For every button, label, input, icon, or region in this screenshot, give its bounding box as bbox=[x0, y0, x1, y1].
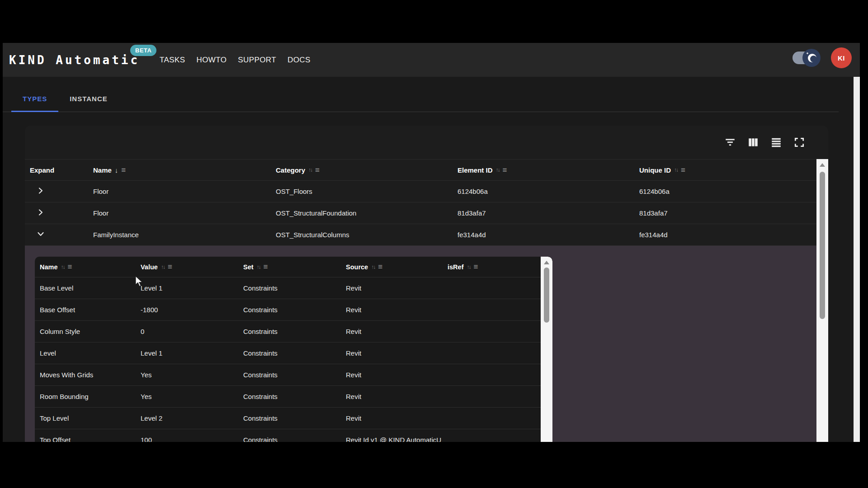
cell-element-id: fe314a4d bbox=[453, 231, 634, 239]
column-header-expand: Expand bbox=[25, 166, 88, 174]
cell-param-source: Revit bbox=[341, 306, 443, 314]
parameter-row[interactable]: Room Bounding Yes Constraints Revit bbox=[35, 386, 541, 408]
parameter-row[interactable]: Level Level 1 Constraints Revit bbox=[35, 343, 541, 364]
sort-icon[interactable]: ↑↓ bbox=[161, 264, 165, 270]
cell-param-source: Revit bbox=[341, 414, 443, 422]
app-window: KIND Automatic BETA TASKS HOWTO SUPPORT … bbox=[3, 43, 860, 442]
grid-header-row: Expand Name ↓ ≡ Category ↑↓ ≡ Element ID… bbox=[25, 159, 816, 181]
column-menu-icon[interactable]: ≡ bbox=[315, 166, 320, 174]
sort-icon[interactable]: ↑↓ bbox=[61, 264, 65, 270]
column-menu-icon[interactable]: ≡ bbox=[168, 263, 172, 271]
page-scrollbar[interactable] bbox=[854, 77, 860, 442]
mouse-cursor bbox=[135, 276, 144, 287]
cell-element-id: 6124b06a bbox=[453, 188, 634, 195]
cell-unique-id: fe314a4d bbox=[634, 231, 816, 239]
cell-name: Floor bbox=[88, 209, 271, 217]
density-icon[interactable] bbox=[770, 136, 782, 148]
column-menu-icon[interactable]: ≡ bbox=[503, 166, 507, 174]
column-header-unique-id[interactable]: Unique ID ↑↓ ≡ bbox=[634, 166, 816, 174]
nav-item[interactable]: SUPPORT bbox=[238, 56, 276, 65]
cell-param-name: Column Style bbox=[35, 328, 136, 335]
table-row[interactable]: FamilyInstance OST_StructuralColumns fe3… bbox=[25, 224, 816, 246]
column-header-element-id[interactable]: Element ID ↑↓ ≡ bbox=[453, 166, 634, 174]
columns-icon[interactable] bbox=[747, 136, 759, 148]
column-header-param-name[interactable]: Name ↑↓ ≡ bbox=[35, 263, 136, 271]
column-header-param-source[interactable]: Source ↑↓ ≡ bbox=[341, 263, 443, 271]
nav-item[interactable]: DOCS bbox=[288, 56, 311, 65]
fullscreen-icon[interactable] bbox=[793, 136, 805, 148]
scrollbar-thumb[interactable] bbox=[820, 172, 825, 319]
column-header-param-value[interactable]: Value ↑↓ ≡ bbox=[136, 263, 238, 271]
sort-icon[interactable]: ↑↓ bbox=[257, 264, 260, 270]
grid-toolbar bbox=[25, 126, 816, 159]
nav-item[interactable]: HOWTO bbox=[196, 56, 226, 65]
moon-icon bbox=[808, 54, 816, 62]
beta-badge: BETA bbox=[130, 45, 156, 56]
cell-param-set: Constraints bbox=[238, 306, 341, 314]
cell-param-name: Top Offset bbox=[35, 436, 136, 442]
parameter-row[interactable]: Top Offset 100 Constraints Revit Id v1 @… bbox=[35, 429, 541, 442]
theme-toggle[interactable] bbox=[793, 52, 819, 64]
cell-param-source: Revit bbox=[341, 393, 443, 400]
expand-chevron-icon[interactable] bbox=[37, 208, 45, 216]
cell-param-set: Constraints bbox=[238, 284, 341, 292]
cell-unique-id: 81d3afa7 bbox=[634, 209, 816, 217]
sort-icon[interactable]: ↑↓ bbox=[467, 264, 470, 270]
parameter-row[interactable]: Column Style 0 Constraints Revit bbox=[35, 321, 541, 343]
table-row[interactable]: Floor OST_StructuralFoundation 81d3afa7 … bbox=[25, 202, 816, 224]
column-menu-icon[interactable]: ≡ bbox=[473, 263, 478, 271]
filter-icon[interactable] bbox=[724, 136, 736, 148]
column-header-name[interactable]: Name ↓ ≡ bbox=[88, 166, 271, 174]
nested-parameter-grid: Name ↑↓ ≡ Value ↑↓ ≡ Set ↑↓ ≡ bbox=[35, 257, 552, 442]
scrollbar-thumb[interactable] bbox=[544, 267, 549, 323]
top-navigation-bar: KIND Automatic BETA TASKS HOWTO SUPPORT … bbox=[3, 43, 860, 77]
scroll-up-arrow[interactable] bbox=[820, 163, 825, 167]
tab-instance[interactable]: INSTANCE bbox=[58, 86, 119, 112]
parameter-row[interactable]: Base Offset -1800 Constraints Revit bbox=[35, 299, 541, 321]
column-menu-icon[interactable]: ≡ bbox=[121, 166, 126, 174]
nested-grid-scrollbar[interactable] bbox=[541, 257, 552, 442]
column-header-param-isref[interactable]: isRef ↑↓ ≡ bbox=[443, 263, 541, 271]
expand-chevron-icon[interactable] bbox=[37, 187, 45, 195]
cell-param-source: Revit bbox=[341, 284, 443, 292]
cell-category: OST_StructuralColumns bbox=[271, 231, 453, 239]
cell-param-name: Moves With Grids bbox=[35, 371, 136, 379]
tab-types[interactable]: TYPES bbox=[11, 86, 58, 112]
cell-param-value: Yes bbox=[136, 393, 238, 400]
sort-desc-icon[interactable]: ↓ bbox=[115, 166, 118, 174]
user-avatar[interactable]: KI bbox=[831, 47, 852, 68]
sort-icon[interactable]: ↑↓ bbox=[496, 167, 500, 173]
parameter-row[interactable]: Moves With Grids Yes Constraints Revit bbox=[35, 364, 541, 386]
cell-param-name: Room Bounding bbox=[35, 393, 136, 400]
cell-element-id: 81d3afa7 bbox=[453, 209, 634, 217]
sparkle-icon bbox=[806, 52, 809, 55]
nav-item[interactable]: TASKS bbox=[160, 56, 185, 65]
cell-param-source: Revit bbox=[341, 349, 443, 357]
column-menu-icon[interactable]: ≡ bbox=[68, 263, 72, 271]
column-menu-icon[interactable]: ≡ bbox=[681, 166, 685, 174]
sort-icon[interactable]: ↑↓ bbox=[308, 167, 312, 173]
cell-param-value: Level 1 bbox=[136, 349, 238, 357]
parameter-row[interactable]: Base Level Level 1 Constraints Revit bbox=[35, 277, 541, 299]
table-row[interactable]: Floor OST_Floors 6124b06a 6124b06a bbox=[25, 181, 816, 202]
sort-icon[interactable]: ↑↓ bbox=[674, 167, 678, 173]
column-header-param-set[interactable]: Set ↑↓ ≡ bbox=[238, 263, 341, 271]
cell-param-source: Revit bbox=[341, 328, 443, 335]
nested-grid-header: Name ↑↓ ≡ Value ↑↓ ≡ Set ↑↓ ≡ bbox=[35, 257, 541, 277]
brand-logo: KIND Automatic bbox=[9, 43, 140, 77]
cell-param-set: Constraints bbox=[238, 349, 341, 357]
scroll-up-arrow[interactable] bbox=[544, 261, 549, 264]
column-header-category[interactable]: Category ↑↓ ≡ bbox=[271, 166, 453, 174]
parameter-row[interactable]: Top Level Level 2 Constraints Revit bbox=[35, 408, 541, 429]
tab-bar: TYPES INSTANCE bbox=[3, 86, 839, 112]
cell-param-source: Revit bbox=[341, 371, 443, 379]
grid-scrollbar[interactable] bbox=[816, 159, 828, 442]
column-menu-icon[interactable]: ≡ bbox=[264, 263, 268, 271]
expand-chevron-icon[interactable] bbox=[37, 230, 45, 238]
cell-param-name: Base Level bbox=[35, 284, 136, 292]
column-menu-icon[interactable]: ≡ bbox=[378, 263, 382, 271]
cell-param-value: 100 bbox=[136, 436, 238, 442]
cell-param-set: Constraints bbox=[238, 393, 341, 400]
sort-icon[interactable]: ↑↓ bbox=[371, 264, 375, 270]
cell-param-set: Constraints bbox=[238, 371, 341, 379]
